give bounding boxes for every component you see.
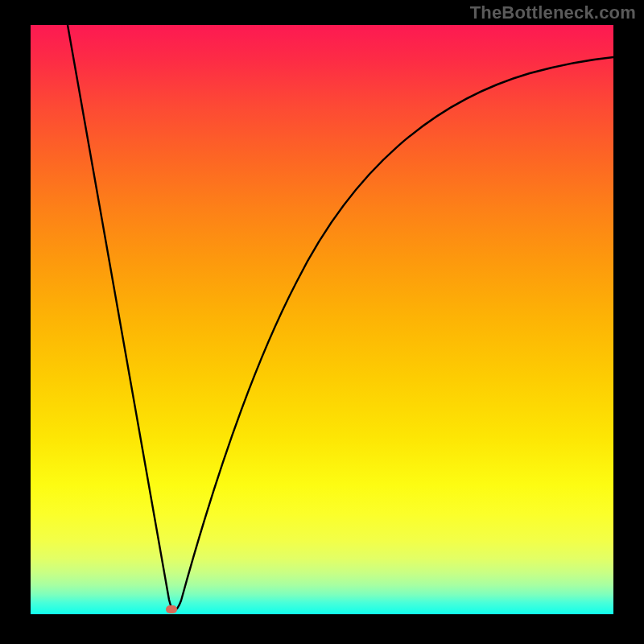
plot-area bbox=[31, 25, 613, 614]
minimum-marker bbox=[166, 605, 177, 613]
attribution-text: TheBottleneck.com bbox=[470, 2, 636, 23]
chart-container: TheBottleneck.com bbox=[0, 0, 644, 644]
bottleneck-curve bbox=[68, 25, 613, 610]
curve-layer bbox=[31, 25, 613, 614]
